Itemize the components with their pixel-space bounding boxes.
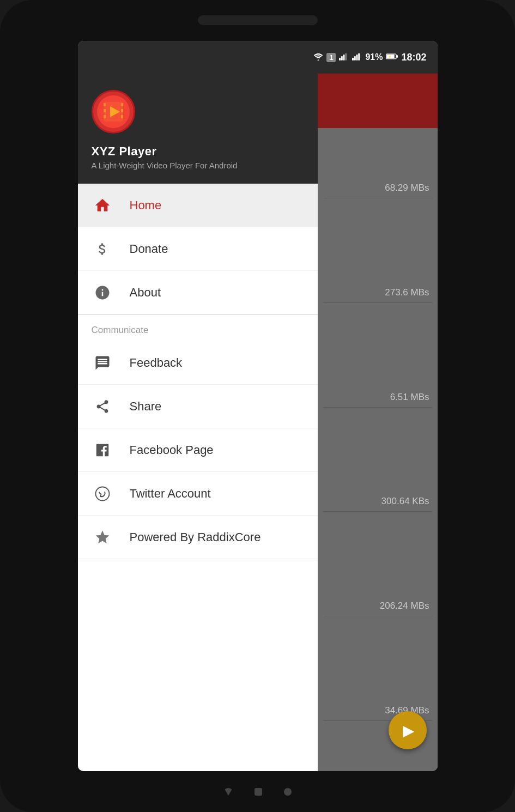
phone-screen: 1 bbox=[78, 41, 438, 771]
svg-rect-18 bbox=[121, 109, 123, 112]
right-top-bar bbox=[318, 74, 438, 128]
file-size-2: 273.6 MBs bbox=[323, 283, 432, 303]
file-size-5: 206.24 MBs bbox=[323, 596, 432, 616]
svg-rect-1 bbox=[341, 56, 343, 60]
navigation-drawer: XYZ Player A Light-Weight Video Player F… bbox=[78, 74, 318, 771]
play-fab-button[interactable]: ▶ bbox=[389, 711, 427, 749]
status-bar: 1 bbox=[78, 41, 438, 74]
menu-item-share[interactable]: Share bbox=[78, 385, 318, 428]
menu-item-facebook[interactable]: Facebook Page bbox=[78, 428, 318, 472]
app-logo-inner bbox=[97, 95, 130, 128]
svg-rect-0 bbox=[339, 58, 341, 60]
wifi-icon bbox=[313, 53, 323, 62]
home-button[interactable] bbox=[255, 788, 262, 796]
svg-rect-6 bbox=[356, 54, 358, 60]
menu-item-feedback[interactable]: Feedback bbox=[78, 341, 318, 385]
battery-percent: 91% bbox=[365, 52, 383, 62]
menu-item-about[interactable]: About bbox=[78, 271, 318, 314]
time-display: 18:02 bbox=[401, 52, 426, 63]
svg-rect-16 bbox=[104, 115, 106, 118]
file-list: 68.29 MBs 273.6 MBs 6.51 MBs 300.64 KBs … bbox=[318, 128, 438, 771]
menu-label-facebook: Facebook Page bbox=[130, 443, 214, 457]
svg-text:⚡: ⚡ bbox=[388, 55, 392, 59]
svg-rect-4 bbox=[352, 58, 354, 60]
svg-rect-15 bbox=[104, 109, 106, 112]
facebook-icon bbox=[92, 439, 113, 461]
app-logo bbox=[92, 90, 135, 134]
svg-rect-5 bbox=[354, 56, 356, 60]
file-size-1: 68.29 MBs bbox=[323, 178, 432, 198]
signal2-icon bbox=[352, 53, 362, 62]
play-film-icon bbox=[102, 101, 124, 123]
star-icon bbox=[92, 526, 113, 548]
recents-button[interactable] bbox=[284, 788, 292, 796]
info-icon bbox=[92, 282, 113, 304]
file-size-4: 300.64 KBs bbox=[323, 492, 432, 512]
communicate-section-title: Communicate bbox=[92, 325, 149, 335]
menu-label-powered: Powered By RaddixCore bbox=[130, 530, 261, 544]
fab-play-icon: ▶ bbox=[403, 722, 415, 740]
svg-rect-7 bbox=[359, 53, 360, 60]
drawer-header: XYZ Player A Light-Weight Video Player F… bbox=[78, 74, 318, 184]
svg-rect-14 bbox=[104, 103, 106, 106]
svg-point-20 bbox=[95, 487, 109, 500]
menu-label-twitter: Twitter Account bbox=[130, 487, 211, 501]
battery-icon: ⚡ bbox=[386, 53, 398, 62]
signal-icon bbox=[339, 53, 349, 62]
share-icon bbox=[92, 396, 113, 417]
dollar-icon bbox=[92, 238, 113, 260]
menu-item-home[interactable]: Home bbox=[78, 184, 318, 227]
app-subtitle: A Light-Weight Video Player For Android bbox=[92, 161, 304, 170]
menu-label-feedback: Feedback bbox=[130, 356, 183, 370]
menu-item-powered[interactable]: Powered By RaddixCore bbox=[78, 516, 318, 559]
svg-rect-19 bbox=[121, 115, 123, 118]
back-button[interactable] bbox=[224, 788, 233, 796]
content-area: XYZ Player A Light-Weight Video Player F… bbox=[78, 74, 438, 771]
menu-label-about: About bbox=[130, 286, 161, 300]
twitter-icon bbox=[92, 483, 113, 505]
svg-rect-17 bbox=[121, 103, 123, 106]
communicate-section-header: Communicate bbox=[78, 314, 318, 341]
menu-label-share: Share bbox=[130, 399, 162, 414]
notification-badge: 1 bbox=[326, 53, 336, 62]
menu-label-home: Home bbox=[130, 198, 162, 213]
feedback-icon bbox=[92, 352, 113, 374]
menu-item-twitter[interactable]: Twitter Account bbox=[78, 472, 318, 516]
status-icons: 1 bbox=[313, 52, 426, 63]
file-size-3: 6.51 MBs bbox=[323, 387, 432, 408]
svg-rect-10 bbox=[397, 55, 398, 57]
home-icon bbox=[92, 195, 113, 216]
menu-item-donate[interactable]: Donate bbox=[78, 227, 318, 271]
right-panel: 68.29 MBs 273.6 MBs 6.51 MBs 300.64 KBs … bbox=[318, 74, 438, 771]
phone-shell: 1 bbox=[0, 0, 515, 812]
svg-rect-2 bbox=[343, 54, 345, 60]
svg-rect-3 bbox=[346, 53, 347, 60]
phone-nav-buttons bbox=[224, 788, 292, 796]
menu-label-donate: Donate bbox=[130, 242, 168, 256]
app-name: XYZ Player bbox=[92, 144, 304, 159]
phone-notch bbox=[198, 15, 318, 25]
